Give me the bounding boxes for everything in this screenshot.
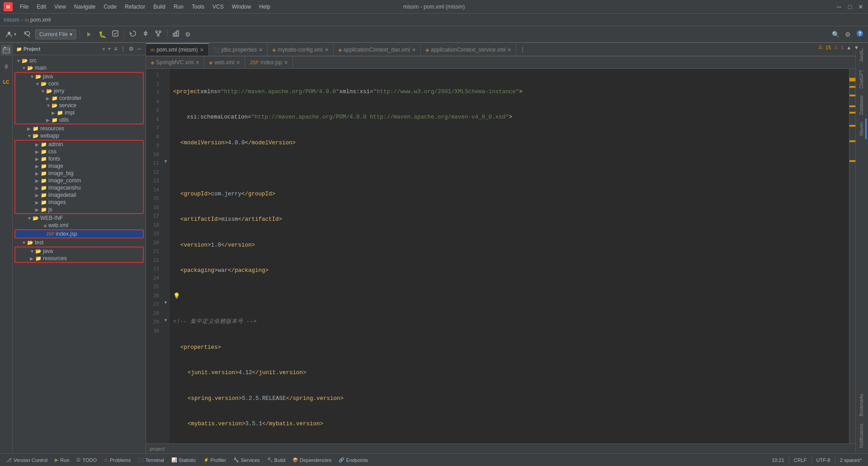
tree-item-webxml[interactable]: ◈ web.xml bbox=[13, 222, 146, 229]
status-encoding[interactable]: UTF-8 bbox=[814, 456, 833, 464]
menu-vcs[interactable]: VCS bbox=[209, 3, 227, 11]
tree-item-js[interactable]: ▶ 📁 js bbox=[15, 206, 143, 213]
status-run[interactable]: ▶ Run bbox=[52, 456, 72, 464]
tree-item-images[interactable]: ▶ 📁 images bbox=[15, 199, 143, 206]
collapse-icon[interactable]: ≡ bbox=[113, 45, 118, 53]
menu-refactor[interactable]: Refactor bbox=[121, 3, 149, 11]
tree-item-css[interactable]: ▶ 📁 css bbox=[15, 148, 143, 155]
tree-item-utils[interactable]: ▶ 📁 utils bbox=[15, 116, 143, 124]
tabs-more-button[interactable]: ⋮ bbox=[516, 44, 529, 56]
jdbc-tab-close[interactable]: ✕ bbox=[259, 47, 263, 53]
tab-springmvc[interactable]: ◈ SpringMVC.xml ✕ bbox=[146, 57, 204, 68]
status-statistic[interactable]: 📊 Statistic bbox=[169, 456, 199, 464]
tools-button[interactable] bbox=[21, 29, 33, 39]
right-tool-bookmarks[interactable]: Bookmarks bbox=[858, 390, 867, 420]
update-button[interactable] bbox=[127, 29, 138, 39]
filter-icon[interactable]: ⋮ bbox=[119, 45, 127, 53]
tab-appctx-service[interactable]: ◈ applicationContext_service.xml ✕ bbox=[421, 44, 516, 56]
breadcrumb-project[interactable]: missm bbox=[4, 17, 19, 23]
tree-item-test-resources[interactable]: ▶ 📁 resources bbox=[15, 255, 143, 262]
tab-web-xml[interactable]: ◈ web.xml ✕ bbox=[204, 57, 245, 68]
right-tool-database[interactable]: Database bbox=[858, 92, 867, 119]
menu-run[interactable]: Run bbox=[170, 3, 187, 11]
tree-item-webapp[interactable]: ▼ 📂 webapp bbox=[13, 132, 146, 139]
menu-help[interactable]: Help bbox=[255, 3, 274, 11]
tab-pom-xml[interactable]: m pom.xml (missm) ✕ bbox=[146, 43, 209, 56]
status-line-ending[interactable]: CRLF bbox=[791, 456, 810, 464]
commit-left-icon[interactable] bbox=[1, 61, 12, 72]
tree-item-indexjsp[interactable]: JSP index.jsp bbox=[15, 230, 143, 238]
close-button[interactable]: ✕ bbox=[857, 3, 864, 10]
pom-tab-close[interactable]: ✕ bbox=[200, 47, 204, 53]
status-endpoints[interactable]: 🔗 Endpoints bbox=[336, 456, 371, 464]
status-problems[interactable]: ⚠ Problems bbox=[101, 456, 133, 464]
right-tool-chatgpt[interactable]: ChatGPT bbox=[858, 66, 867, 92]
springmvc-tab-close[interactable]: ✕ bbox=[195, 60, 199, 66]
status-services[interactable]: 🔧 Services bbox=[231, 456, 262, 464]
tree-item-jerry[interactable]: ▼ 📂 jerry bbox=[15, 87, 143, 95]
status-version-control[interactable]: ⎇ Version Control bbox=[4, 456, 50, 464]
tree-item-service[interactable]: ▼ 📂 service bbox=[15, 102, 143, 109]
tree-item-resources[interactable]: ▶ 📁 resources bbox=[13, 125, 146, 132]
fold-29[interactable]: ▼ bbox=[162, 316, 169, 325]
mybatis-tab-close[interactable]: ✕ bbox=[325, 47, 329, 53]
tab-mybatis-config[interactable]: ◈ mybatis-config.xml ✕ bbox=[268, 44, 333, 56]
code-content[interactable]: <project xmlns="http://maven.apache.org/… bbox=[170, 69, 849, 443]
tree-item-image[interactable]: ▶ 📁 image bbox=[15, 162, 143, 170]
fold-1[interactable] bbox=[162, 69, 169, 78]
tree-item-webinf[interactable]: ▼ 📂 WEB-INF bbox=[13, 214, 146, 222]
indexjsp-tab-close[interactable]: ✕ bbox=[284, 60, 288, 66]
menu-view[interactable]: View bbox=[51, 3, 70, 11]
tree-item-imagecanshu[interactable]: ▶ 📁 imagecanshu bbox=[15, 184, 143, 191]
appctx-dao-tab-close[interactable]: ✕ bbox=[412, 47, 416, 53]
run-button[interactable] bbox=[83, 30, 95, 39]
status-todo[interactable]: ☑ TODO bbox=[74, 456, 99, 464]
settings2-button[interactable]: ⚙ bbox=[843, 30, 853, 39]
tree-item-impl[interactable]: ▶ 📁 impl bbox=[15, 109, 143, 116]
gear-icon[interactable]: ⚙ bbox=[128, 45, 135, 53]
leetcode-icon[interactable]: LC bbox=[1, 76, 12, 87]
menu-code[interactable]: Code bbox=[100, 3, 120, 11]
menu-navigate[interactable]: Navigate bbox=[71, 3, 99, 11]
search-everywhere-button[interactable]: 🔍 bbox=[830, 30, 841, 39]
settings-button[interactable]: ⚙ bbox=[183, 30, 193, 39]
coverage-button[interactable] bbox=[110, 29, 121, 39]
current-file-dropdown[interactable]: Current File ▾ bbox=[35, 29, 76, 39]
tree-item-fonts[interactable]: ▶ 📁 fonts bbox=[15, 155, 143, 162]
menu-build[interactable]: Build bbox=[150, 3, 169, 11]
tree-item-image-big[interactable]: ▶ 📁 image_big bbox=[15, 170, 143, 177]
menu-edit[interactable]: Edit bbox=[33, 3, 50, 11]
appctx-service-tab-close[interactable]: ✕ bbox=[507, 47, 511, 53]
right-tool-maven[interactable]: Maven bbox=[858, 119, 867, 139]
status-build[interactable]: 🔨 Build bbox=[264, 456, 288, 464]
fold-11[interactable]: ▼ bbox=[162, 157, 169, 166]
tree-item-imagedetail[interactable]: ▶ 📁 imagedetail bbox=[15, 191, 143, 199]
maximize-button[interactable]: □ bbox=[846, 3, 854, 10]
new-file-icon[interactable]: + bbox=[107, 45, 112, 53]
tab-index-jsp[interactable]: JSP index.jsp ✕ bbox=[245, 57, 293, 68]
tree-item-controller[interactable]: ▶ 📁 controller bbox=[15, 95, 143, 102]
scrollbar-area[interactable] bbox=[849, 69, 855, 443]
minimize-panel-icon[interactable]: ─ bbox=[136, 45, 142, 53]
tree-item-image-comm[interactable]: ▶ 📁 image_comm bbox=[15, 177, 143, 184]
fold-27[interactable]: ▼ bbox=[162, 298, 169, 307]
build-button[interactable] bbox=[170, 29, 181, 39]
help-button[interactable]: ? bbox=[854, 29, 865, 39]
project-icon[interactable] bbox=[1, 45, 12, 56]
menu-file[interactable]: File bbox=[16, 3, 32, 11]
vcs-button[interactable] bbox=[153, 29, 164, 39]
tree-item-test[interactable]: ▼ 📂 test bbox=[13, 239, 146, 246]
tab-jdbc[interactable]: ⬛ jdbc.properties ✕ bbox=[209, 44, 268, 56]
tree-item-java[interactable]: ▼ 📂 java bbox=[15, 73, 143, 80]
tree-item-test-java[interactable]: ▼ 📂 java bbox=[15, 247, 143, 255]
commit-button[interactable] bbox=[140, 29, 151, 39]
webxml-tab-close[interactable]: ✕ bbox=[236, 60, 240, 66]
tree-item-com[interactable]: ▼ 📂 com bbox=[15, 80, 143, 87]
tree-item-admin[interactable]: ▶ 📁 admin bbox=[15, 141, 143, 148]
menu-tools[interactable]: Tools bbox=[188, 3, 208, 11]
tree-item-main[interactable]: ▼ 📂 main bbox=[13, 64, 146, 71]
user-menu-button[interactable]: ▾ bbox=[3, 29, 19, 39]
debug-button[interactable]: 🐛 bbox=[97, 30, 108, 39]
minimize-button[interactable]: ─ bbox=[835, 3, 843, 10]
status-dependencies[interactable]: 📦 Dependencies bbox=[290, 456, 334, 464]
